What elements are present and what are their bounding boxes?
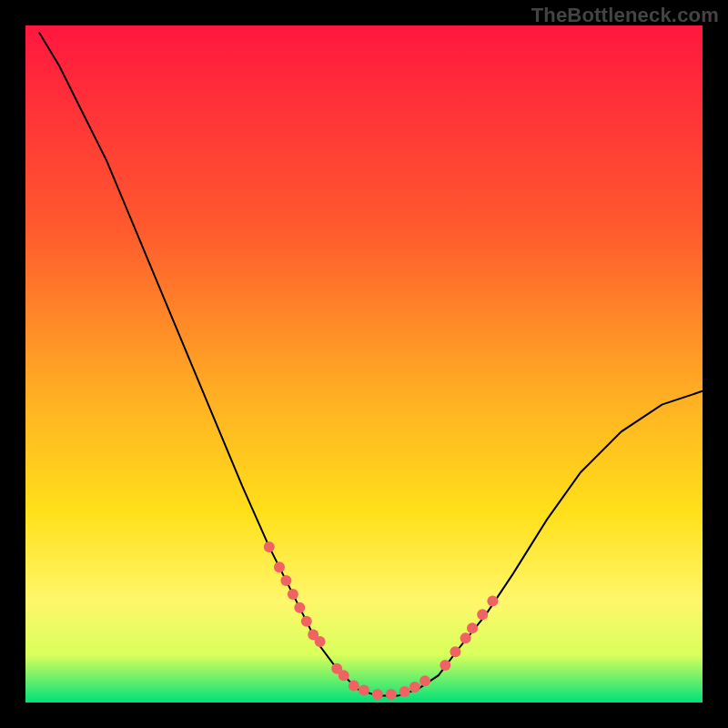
site-attribution: TheBottleneck.com xyxy=(531,4,719,27)
data-marker xyxy=(410,682,420,693)
data-marker xyxy=(372,689,383,700)
data-marker xyxy=(274,561,285,572)
data-marker xyxy=(294,602,305,613)
data-marker xyxy=(440,660,450,671)
data-marker xyxy=(399,686,410,697)
data-marker xyxy=(450,646,460,657)
data-marker xyxy=(467,622,478,633)
data-marker xyxy=(264,541,275,552)
data-marker xyxy=(280,575,291,586)
data-marker xyxy=(359,685,369,696)
data-marker xyxy=(477,609,488,620)
data-marker xyxy=(349,680,359,691)
data-marker xyxy=(288,589,298,600)
plot-area xyxy=(25,25,703,703)
data-marker xyxy=(301,616,312,627)
chart-svg xyxy=(25,25,703,703)
data-marker xyxy=(420,675,430,686)
gradient-background xyxy=(25,25,703,703)
data-marker xyxy=(339,670,349,681)
data-marker xyxy=(460,632,471,643)
chart-container: TheBottleneck.com xyxy=(0,0,728,728)
data-marker xyxy=(315,636,326,647)
data-marker xyxy=(386,689,397,700)
data-marker xyxy=(487,595,498,606)
